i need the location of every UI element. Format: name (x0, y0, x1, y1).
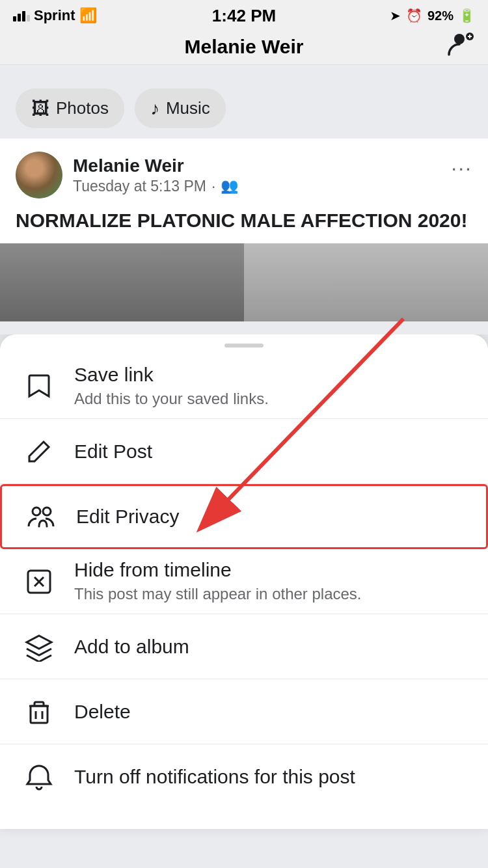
add-album-content: Add to album (74, 636, 468, 658)
layers-icon (20, 627, 59, 666)
status-bar: Sprint 📶 1:42 PM ➤ ⏰ 92% 🔋 (0, 0, 488, 29)
nav-header: Melanie Weir (0, 29, 488, 65)
notifications-title: Turn off notifications for this post (74, 766, 468, 788)
avatar-image (16, 152, 62, 198)
post-card: Melanie Weir Tuesday at 5:13 PM · 👥 ... … (0, 139, 488, 321)
signal-bars (13, 10, 30, 21)
battery-icon: 🔋 (459, 8, 475, 23)
post-timestamp: Tuesday at 5:13 PM (73, 178, 206, 195)
handle-bar (224, 344, 264, 347)
signal-bar-3 (22, 11, 25, 21)
hide-timeline-subtitle: This post may still appear in other plac… (74, 584, 468, 604)
nav-title: Melanie Weir (185, 36, 304, 58)
edit-post-title: Edit Post (74, 441, 468, 463)
save-link-content: Save link Add this to your saved links. (74, 364, 468, 409)
alarm-icon: ⏰ (406, 8, 422, 23)
edit-post-content: Edit Post (74, 441, 468, 463)
hide-timeline-title: Hide from timeline (74, 559, 468, 581)
x-square-icon (20, 562, 59, 601)
svg-rect-10 (31, 706, 47, 723)
status-left: Sprint 📶 (13, 7, 97, 24)
carrier-label: Sprint (34, 7, 75, 24)
music-label: Music (166, 98, 210, 118)
music-button[interactable]: ♪ Music (135, 88, 226, 128)
svg-point-0 (454, 34, 465, 44)
people-icon (21, 497, 61, 536)
img-right (244, 243, 488, 321)
page-wrapper: Sprint 📶 1:42 PM ➤ ⏰ 92% 🔋 Melanie Weir (0, 0, 488, 829)
signal-bar-2 (18, 14, 21, 21)
quick-actions: 🖼 Photos ♪ Music (0, 78, 488, 139)
menu-item-add-album[interactable]: Add to album (0, 614, 488, 679)
delete-title: Delete (74, 701, 468, 723)
svg-point-5 (43, 508, 51, 515)
avatar (16, 152, 62, 198)
img-left (0, 243, 244, 321)
edit-privacy-title: Edit Privacy (76, 506, 467, 528)
svg-point-4 (33, 508, 40, 515)
post-more-button[interactable]: ... (451, 152, 472, 176)
bookmark-icon (20, 367, 59, 406)
menu-item-notifications[interactable]: Turn off notifications for this post (0, 744, 488, 809)
edit-privacy-content: Edit Privacy (76, 506, 467, 528)
signal-bar-1 (13, 16, 16, 21)
post-username: Melanie Weir (73, 156, 238, 176)
battery-label: 92% (427, 8, 454, 23)
pencil-icon (20, 432, 59, 471)
photos-button[interactable]: 🖼 Photos (16, 88, 124, 128)
save-link-title: Save link (74, 364, 468, 386)
bell-icon (20, 757, 59, 796)
menu-item-hide-timeline[interactable]: Hide from timeline This post may still a… (0, 549, 488, 614)
status-time: 1:42 PM (212, 6, 276, 26)
separator: · (211, 178, 215, 195)
post-meta: Tuesday at 5:13 PM · 👥 (73, 178, 238, 195)
post-text: NORMALIZE PLATONIC MALE AFFECTION 2020! (16, 208, 472, 233)
music-icon: ♪ (150, 98, 159, 119)
post-image-overlay (0, 243, 488, 321)
audience-icon: 👥 (221, 178, 238, 195)
signal-bar-4 (27, 15, 30, 21)
menu-item-edit-post[interactable]: Edit Post (0, 419, 488, 484)
wifi-icon: 📶 (79, 7, 97, 24)
photos-icon: 🖼 (31, 98, 49, 119)
delete-content: Delete (74, 701, 468, 723)
add-album-title: Add to album (74, 636, 468, 658)
post-image (0, 243, 488, 321)
trash-icon (20, 692, 59, 731)
bottom-sheet: Save link Add this to your saved links. … (0, 334, 488, 829)
photos-label: Photos (56, 98, 109, 118)
status-right: ➤ ⏰ 92% 🔋 (390, 8, 475, 23)
sheet-handle (0, 334, 488, 354)
menu-item-save-link[interactable]: Save link Add this to your saved links. (0, 354, 488, 419)
menu-item-delete[interactable]: Delete (0, 679, 488, 744)
menu-item-edit-privacy[interactable]: Edit Privacy (0, 484, 488, 549)
post-header: Melanie Weir Tuesday at 5:13 PM · 👥 ... (16, 152, 472, 198)
svg-marker-9 (27, 636, 51, 649)
hide-timeline-content: Hide from timeline This post may still a… (74, 559, 468, 604)
notifications-content: Turn off notifications for this post (74, 766, 468, 788)
location-icon: ➤ (390, 8, 401, 23)
save-link-subtitle: Add this to your saved links. (74, 388, 468, 409)
post-header-left: Melanie Weir Tuesday at 5:13 PM · 👥 (16, 152, 238, 198)
profile-edit-icon[interactable] (446, 30, 475, 64)
post-user-info: Melanie Weir Tuesday at 5:13 PM · 👥 (73, 156, 238, 195)
background-content: 🖼 Photos ♪ Music Melanie Weir Tuesday (0, 65, 488, 334)
